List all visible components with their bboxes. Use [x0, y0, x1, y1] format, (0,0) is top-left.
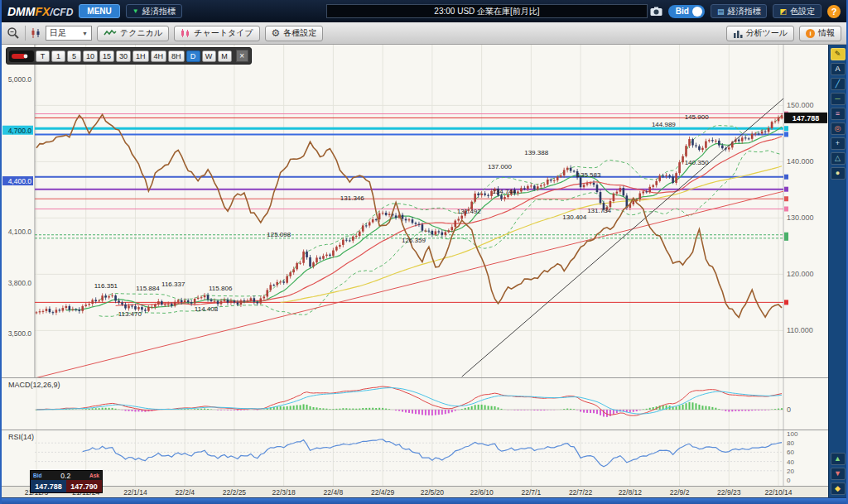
svg-text:115.884: 115.884	[136, 285, 160, 292]
horizontal-line-icon[interactable]: ─	[831, 93, 846, 105]
svg-text:60: 60	[787, 449, 794, 456]
topbar: DMMFX/CFD MENU ▼ 経済指標 23:00 USD 企業在庫[前月比…	[2, 0, 846, 22]
timeframe-8h-button[interactable]: 8H	[168, 50, 185, 62]
bar-chart-icon	[733, 29, 743, 38]
settings-label: 各種設定	[283, 27, 316, 39]
svg-text:130.000: 130.000	[787, 214, 814, 222]
chart-type-button[interactable]: チャートタイプ	[174, 26, 259, 41]
timeframe-select-value: 日足	[50, 27, 66, 39]
bid-price[interactable]: 147.788	[31, 480, 66, 492]
svg-text:5,000.0: 5,000.0	[8, 75, 32, 84]
svg-text:40: 40	[787, 458, 794, 466]
window-bottom-border	[2, 497, 846, 504]
svg-text:22/1/14: 22/1/14	[123, 488, 147, 497]
rsi-canvas[interactable]: 100806040200RSI(14)	[2, 430, 828, 486]
fibonacci-icon[interactable]: ≡	[831, 108, 846, 120]
timeframe-select[interactable]: 日足 ▼	[46, 26, 92, 41]
economic-indicator2-label: 経済指標	[727, 6, 760, 17]
marker-icon[interactable]: ◎	[831, 122, 846, 135]
technical-label: テクニカル	[120, 27, 162, 39]
svg-text:22/2/25: 22/2/25	[223, 488, 247, 497]
trendline-icon[interactable]: ╱	[831, 78, 846, 90]
svg-text:22/5/20: 22/5/20	[421, 488, 445, 497]
timeframe-10-button[interactable]: 10	[83, 50, 98, 62]
timeframe-5-button[interactable]: 5	[67, 50, 81, 62]
chevron-down-icon: ▼	[82, 31, 88, 36]
timeframe-15-button[interactable]: 15	[99, 50, 114, 62]
help-button[interactable]: ?	[827, 5, 841, 18]
economic-indicator-ticker-button[interactable]: ▼ 経済指標	[126, 4, 182, 18]
svg-text:100: 100	[787, 430, 798, 438]
separator	[25, 26, 26, 41]
analysis-tools-label: 分析ツール	[746, 27, 788, 39]
svg-text:22/3/18: 22/3/18	[272, 488, 296, 497]
svg-text:22/7/1: 22/7/1	[522, 488, 542, 497]
zoom-icon[interactable]	[7, 26, 20, 40]
svg-text:144.989: 144.989	[652, 121, 676, 128]
svg-text:22/10/14: 22/10/14	[764, 488, 792, 497]
svg-text:0: 0	[787, 406, 791, 414]
svg-text:20: 20	[787, 468, 794, 475]
pencil-icon[interactable]: ✎	[831, 48, 846, 60]
squiggle-icon	[104, 29, 117, 37]
timeframe-d-button[interactable]: D	[186, 50, 200, 62]
ruler-icon[interactable]: △	[831, 152, 846, 165]
settings-button[interactable]: ⚙ 各種設定	[265, 26, 324, 41]
chart-stack: 150.000140.000130.000120.000110.0005,000…	[2, 45, 828, 497]
main-chart-panel: 150.000140.000130.000120.000110.0005,000…	[2, 45, 828, 377]
snapshot-icon[interactable]: ◆	[831, 482, 846, 495]
timeframe-bar-close-button[interactable]: ×	[236, 50, 248, 62]
app-logo: DMMFX/CFD	[7, 5, 73, 18]
timeframe-w-button[interactable]: W	[202, 50, 216, 62]
date-axis-canvas: 21/12/321/12/2422/1/1422/2/422/2/2522/3/…	[2, 487, 828, 497]
timeframe-m-button[interactable]: M	[218, 50, 232, 62]
main-chart-canvas[interactable]: 150.000140.000130.000120.000110.0005,000…	[2, 45, 828, 377]
ticker-text: 23:00 USD 企業在庫[前月比]	[434, 6, 539, 17]
svg-text:22/2/4: 22/2/4	[175, 488, 195, 497]
analysis-tools-button[interactable]: 分析ツール	[726, 26, 794, 41]
svg-text:22/9/23: 22/9/23	[717, 488, 741, 497]
timeframe-t-button[interactable]: T	[36, 50, 50, 62]
svg-text:22/9/2: 22/9/2	[670, 488, 690, 497]
svg-text:115.806: 115.806	[209, 285, 233, 292]
scroll-down-icon[interactable]: ▼	[831, 468, 846, 480]
svg-text:RSI(14): RSI(14)	[8, 433, 34, 441]
bid-ask-toggle[interactable]: Bid	[668, 5, 705, 18]
technical-button[interactable]: テクニカル	[97, 26, 169, 41]
palette-icon: ◩	[779, 7, 787, 16]
economic-indicator-panel-button[interactable]: ▤ 経済指標	[711, 4, 768, 18]
svg-text:4,400.0: 4,400.0	[8, 177, 32, 185]
macd-panel: MACD(12,26,9)0	[2, 377, 828, 430]
alert-icon[interactable]: ●	[831, 167, 846, 180]
timeframe-4h-button[interactable]: 4H	[151, 50, 167, 62]
svg-text:140.350: 140.350	[685, 159, 709, 166]
tick-gauge-icon	[9, 50, 34, 62]
svg-text:116.337: 116.337	[161, 281, 186, 288]
scroll-up-icon[interactable]: ▲	[831, 453, 846, 465]
timeframe-1-button[interactable]: 1	[51, 50, 65, 62]
timeframe-1h-button[interactable]: 1H	[132, 50, 149, 62]
timeframe-30-button[interactable]: 30	[116, 50, 131, 62]
macd-canvas[interactable]: MACD(12,26,9)0	[2, 378, 828, 430]
svg-text:126.359: 126.359	[402, 237, 426, 244]
ask-label: Ask	[89, 473, 99, 478]
svg-text:134.744: 134.744	[492, 188, 516, 195]
date-axis[interactable]: 21/12/321/12/2422/1/1422/2/422/2/2522/3/…	[2, 486, 828, 497]
camera-icon[interactable]	[650, 7, 662, 17]
svg-text:22/4/29: 22/4/29	[371, 488, 395, 497]
svg-text:110.000: 110.000	[787, 326, 813, 334]
bid-label: Bid	[33, 473, 41, 478]
svg-text:114.408: 114.408	[195, 305, 219, 313]
candlestick-icon	[31, 28, 41, 38]
menu-button[interactable]: MENU	[79, 4, 119, 18]
svg-text:130.404: 130.404	[562, 214, 586, 221]
color-settings-button[interactable]: ◩ 色設定	[773, 4, 822, 18]
crosshair-icon[interactable]: +	[831, 137, 846, 150]
bid-toggle-label: Bid	[676, 7, 689, 16]
ask-price[interactable]: 147.790	[66, 480, 102, 492]
text-tool-icon[interactable]: A	[831, 63, 846, 75]
rsi-panel: 100806040200RSI(14)	[2, 430, 828, 486]
svg-text:113.470: 113.470	[118, 310, 142, 318]
info-button[interactable]: i 情報	[799, 26, 841, 41]
logo-fx: FX	[35, 5, 50, 18]
